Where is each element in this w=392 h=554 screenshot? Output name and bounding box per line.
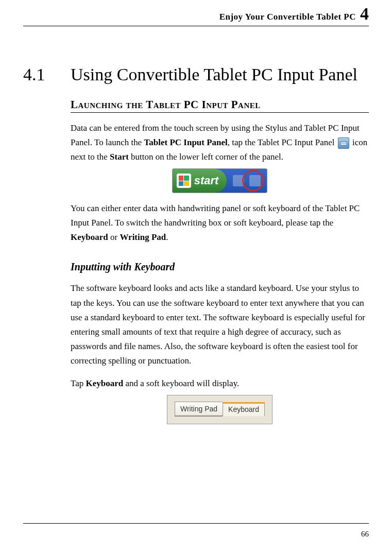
subheading-inputting: Inputting with Keyboard — [71, 261, 369, 273]
tab-keyboard: Keyboard — [223, 402, 265, 416]
paragraph-keyboard-description: The software keyboard looks and acts lik… — [71, 281, 369, 368]
chapter-number: 4 — [360, 4, 369, 23]
start-button: start — [173, 169, 227, 193]
section-title: Using Convertible Tablet PC Input Panel — [71, 63, 357, 86]
tabs-screenshot: Writing Pad Keyboard — [71, 395, 369, 424]
svg-rect-0 — [340, 142, 347, 145]
header-text: Enjoy Your Convertible Tablet PC — [219, 12, 356, 22]
taskbar-right — [227, 169, 267, 193]
paragraph-tap-keyboard: Tap Keyboard and a soft keyboard will di… — [71, 376, 369, 391]
taskbar-input-panel-icon — [249, 175, 261, 186]
taskbar-icon-1 — [233, 175, 244, 186]
page-number: 66 — [361, 530, 369, 538]
start-label: start — [194, 174, 219, 187]
subheading-launching: Launching the Tablet PC Input Panel — [71, 98, 369, 113]
paragraph-switch-instructions: You can either enter data with handwriti… — [71, 201, 369, 245]
section-number: 4.1 — [23, 63, 71, 86]
page-header: Enjoy Your Convertible Tablet PC 4 — [23, 0, 369, 26]
input-panel-icon — [338, 137, 349, 149]
tab-writing-pad: Writing Pad — [175, 402, 223, 417]
taskbar-screenshot: start — [71, 168, 369, 193]
content-area: 4.1 Using Convertible Tablet PC Input Pa… — [23, 26, 369, 424]
section-heading-row: 4.1 Using Convertible Tablet PC Input Pa… — [23, 63, 369, 86]
paragraph-launch-instructions: Data can be entered from the touch scree… — [71, 121, 369, 164]
windows-flag-icon — [177, 174, 191, 188]
page-footer: 66 — [23, 523, 369, 539]
